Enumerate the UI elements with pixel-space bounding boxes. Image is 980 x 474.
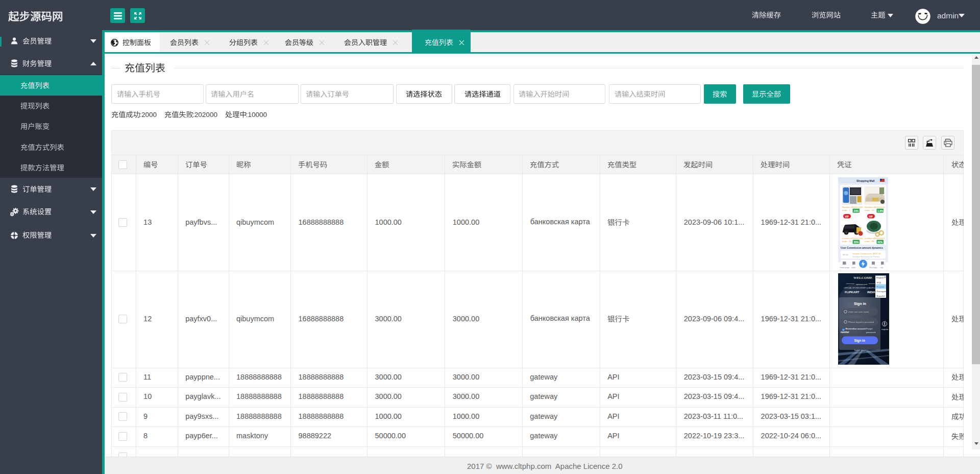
svg-text:Forgot: Forgot bbox=[866, 327, 873, 329]
svg-text:home page: home page bbox=[840, 267, 849, 269]
svg-text:Number of: Number of bbox=[842, 206, 853, 208]
svg-text:Sign in: Sign in bbox=[854, 339, 865, 343]
svg-text:5000.0000: 5000.0000 bbox=[852, 206, 863, 208]
svg-text:1.9%: 1.9% bbox=[877, 209, 884, 212]
svg-text:35%: 35% bbox=[853, 240, 859, 243]
svg-text:Remember account: Remember account bbox=[845, 327, 866, 329]
svg-text:24%: 24% bbox=[853, 209, 859, 212]
svg-text:Sign in: Sign in bbox=[854, 301, 866, 306]
svg-text:English: English bbox=[876, 276, 884, 279]
svg-text:WELCOME: WELCOME bbox=[853, 275, 872, 279]
svg-text:VIP: VIP bbox=[845, 215, 849, 218]
svg-text:9900000.0: 9900000.0 bbox=[874, 237, 885, 240]
svg-text:password: password bbox=[866, 330, 876, 333]
svg-text:number of: number of bbox=[842, 237, 853, 240]
svg-text:number: number bbox=[841, 330, 849, 333]
svg-text:VIP: VIP bbox=[869, 215, 873, 218]
svg-text:my: my bbox=[880, 267, 883, 269]
svg-text:trade : 99: trade : 99 bbox=[865, 240, 874, 243]
svg-text:registe: registe bbox=[881, 328, 889, 330]
svg-text:Income Commission: $697.00: Income Commission: $697.00 bbox=[852, 252, 881, 254]
svg-text:Please keyed a password: Please keyed a password bbox=[848, 321, 874, 323]
svg-text:User Commission amount dynamic: User Commission amount dynamics bbox=[841, 247, 883, 249]
svg-text:Español: Español bbox=[876, 295, 885, 297]
svg-text:450000.00: 450000.00 bbox=[874, 206, 885, 208]
svg-text:Recharge: Recharge bbox=[869, 267, 877, 269]
svg-text:trade : 1: trade : 1 bbox=[842, 209, 851, 211]
svg-text:enter one user name: enter one user name bbox=[848, 311, 869, 313]
svg-text:OFFICIAL SPONSORSHIP QUALIFICA: OFFICIAL SPONSORSHIP QUALIFICATION bbox=[844, 287, 880, 289]
svg-text:50000.000: 50000.000 bbox=[852, 237, 863, 240]
svg-text:Number Received de Pontos: Number Received de Pontos bbox=[852, 255, 880, 257]
svg-text:42%: 42% bbox=[877, 240, 883, 243]
svg-text:06.40: 06.40 bbox=[843, 253, 848, 255]
svg-text:中文: 中文 bbox=[876, 281, 881, 283]
svg-text:order: order bbox=[851, 267, 856, 269]
svg-text:FLIPKART: FLIPKART bbox=[845, 291, 860, 294]
svg-text:trade : 10: trade : 10 bbox=[865, 209, 874, 211]
svg-text:trade : 50: trade : 50 bbox=[842, 240, 852, 243]
svg-text:number of: number of bbox=[865, 237, 875, 240]
svg-text:Português: Português bbox=[876, 290, 887, 293]
svg-text:INDIA: INDIA bbox=[867, 291, 876, 294]
svg-text:Shopping Mall: Shopping Mall bbox=[856, 179, 875, 182]
svg-text:sponsor part: sponsor part bbox=[856, 282, 868, 285]
